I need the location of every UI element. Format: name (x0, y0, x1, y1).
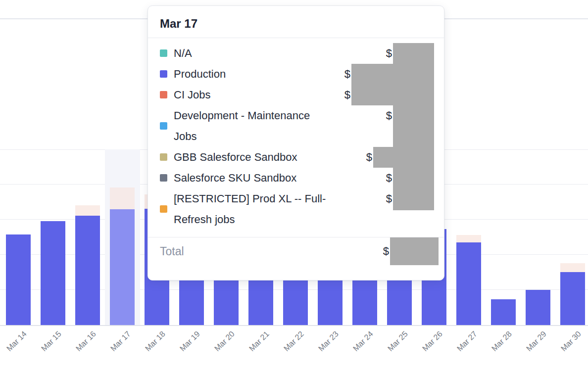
legend-swatch-icon (160, 122, 167, 130)
currency-symbol: $ (386, 43, 392, 64)
currency-symbol: $ (383, 237, 389, 265)
redacted-value (351, 64, 434, 85)
x-axis-label: Mar 28 (490, 329, 514, 353)
x-axis-line (0, 325, 588, 326)
series-label: Salesforce SKU Sandbox (174, 168, 330, 188)
bar-segment-production[interactable] (491, 299, 516, 325)
bar-segment-ci-jobs[interactable] (456, 235, 481, 242)
legend-swatch-icon (160, 174, 167, 182)
total-redacted-value (390, 237, 439, 265)
bar-segment-ci-jobs[interactable] (75, 205, 100, 216)
bar-segment-production[interactable] (41, 221, 65, 325)
redacted-value (373, 147, 434, 168)
x-axis-label: Mar 21 (247, 329, 271, 353)
bar-segment-production[interactable] (456, 242, 481, 325)
currency-symbol: $ (386, 188, 392, 209)
x-axis-label: Mar 29 (525, 329, 548, 353)
series-label: Development - MaintenanceJobs (174, 105, 330, 147)
series-label: Production (174, 64, 330, 85)
bar-segment-production[interactable] (560, 272, 585, 325)
x-axis-label: Mar 30 (559, 329, 583, 353)
x-axis-label: Mar 18 (144, 329, 167, 353)
tooltip-row: [RESTRICTED] Prod XL -- Full-Refresh job… (148, 188, 444, 230)
tooltip-title: Mar 17 (160, 17, 432, 31)
chart-tooltip: Mar 17 N/A$Production$CI Jobs$Developmen… (147, 5, 444, 280)
redacted-value (393, 188, 434, 210)
series-label: GBB Salesforce Sandbox (174, 147, 330, 168)
currency-symbol: $ (344, 64, 350, 85)
redacted-value (393, 168, 434, 188)
tooltip-separator (148, 38, 444, 38)
currency-symbol: $ (386, 168, 392, 188)
legend-swatch-icon (160, 49, 167, 57)
x-axis-label: Mar 15 (40, 329, 63, 353)
redacted-value (393, 43, 434, 64)
redacted-value (393, 105, 434, 147)
tooltip-row: Production$ (148, 64, 444, 85)
tooltip-row: Development - MaintenanceJobs$ (148, 105, 444, 147)
currency-symbol: $ (344, 85, 350, 105)
tooltip-row: N/A$ (148, 43, 444, 64)
x-axis-label: Mar 23 (317, 329, 341, 353)
redacted-value (351, 85, 434, 105)
bar-segment-production[interactable] (526, 290, 550, 325)
series-label: [RESTRICTED] Prod XL -- Full-Refresh job… (174, 188, 330, 230)
legend-swatch-icon (160, 205, 167, 213)
currency-symbol: $ (366, 147, 372, 168)
x-axis-label: Mar 14 (5, 329, 29, 353)
tooltip-row: Salesforce SKU Sandbox$ (148, 168, 444, 188)
bar-segment-production[interactable] (110, 209, 135, 325)
cost-chart-page: Mar 14Mar 15Mar 16Mar 17Mar 18Mar 19Mar … (0, 0, 588, 373)
x-axis-label: Mar 25 (386, 329, 410, 353)
bar-segment-production[interactable] (75, 216, 100, 325)
legend-swatch-icon (160, 70, 167, 78)
total-label: Total (160, 237, 184, 265)
x-axis-label: Mar 22 (282, 329, 306, 353)
series-label: CI Jobs (174, 85, 330, 105)
tooltip-rows: N/A$Production$CI Jobs$Development - Mai… (148, 43, 444, 230)
x-axis-label: Mar 27 (455, 329, 479, 353)
legend-swatch-icon (160, 153, 167, 161)
series-label: N/A (174, 43, 330, 64)
bar-segment-ci-jobs[interactable] (560, 263, 585, 272)
x-axis-label: Mar 26 (421, 329, 444, 353)
x-axis-label: Mar 19 (178, 329, 202, 353)
tooltip-total-row: Total $ (148, 237, 444, 265)
bar-segment-ci-jobs[interactable] (110, 187, 135, 209)
currency-symbol: $ (386, 105, 392, 126)
tooltip-row: GBB Salesforce Sandbox$ (148, 147, 444, 168)
tooltip-row: CI Jobs$ (148, 85, 444, 105)
x-axis-label: Mar 17 (109, 329, 133, 353)
x-axis-label: Mar 16 (74, 329, 98, 353)
legend-swatch-icon (160, 91, 167, 98)
x-axis-label: Mar 20 (213, 329, 237, 353)
bar-segment-production[interactable] (6, 234, 31, 325)
x-axis-label: Mar 24 (351, 329, 375, 353)
